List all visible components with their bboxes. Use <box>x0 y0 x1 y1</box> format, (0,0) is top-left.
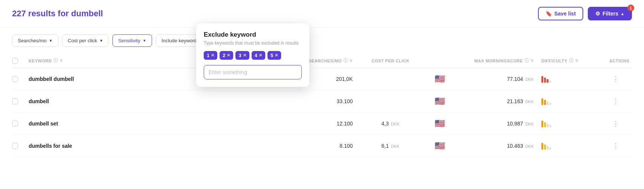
score-info-icon: ⓘ <box>524 57 529 64</box>
difficulty-bar <box>541 98 543 105</box>
row-2-checkbox[interactable] <box>12 98 18 104</box>
row-3-checkbox[interactable] <box>12 121 18 127</box>
row-1-checkbox[interactable] <box>12 76 18 82</box>
tag-2[interactable]: 2 ✕ <box>220 51 233 60</box>
keyword-info-icon: ⓘ <box>53 57 58 64</box>
table-row: dumbells for sale 8.100 6,1 DKK 🇺🇸 10.46… <box>12 135 632 157</box>
difficulty-sort-icon[interactable]: ⇅ <box>575 59 578 63</box>
save-list-button[interactable]: 🔖 Save list <box>538 7 583 20</box>
row-4-score: 10.463 DKK <box>458 143 541 149</box>
tag-3[interactable]: 3 ✕ <box>235 51 249 60</box>
difficulty-bar <box>547 146 549 150</box>
cost-per-click-filter-label: Cost per click <box>68 38 97 43</box>
table-row: dumbbell dumbell 201,0K 🇺🇸 77.104 DKK ⋮ <box>12 68 632 90</box>
tag-3-label: 3 <box>238 53 241 58</box>
th-difficulty: DIFFICULTY ⓘ ⇅ <box>541 57 609 64</box>
row-1-difficulty <box>541 75 609 83</box>
difficulty-bar <box>544 77 546 83</box>
chevron-up-icon: ▲ <box>621 12 624 16</box>
table-container: KEYWORD ⓘ ⇅ SEARCHES/MO ⓘ ⇅ COST PER CLI… <box>0 54 644 157</box>
score-sort-icon[interactable]: ⇅ <box>530 59 534 63</box>
row-2-flag: 🇺🇸 <box>421 96 458 106</box>
tag-5[interactable]: 5 ✕ <box>267 51 281 60</box>
difficulty-bar <box>544 122 546 127</box>
tag-5-remove[interactable]: ✕ <box>275 53 278 58</box>
difficulty-bar <box>549 103 551 105</box>
chevron-down-icon: ▼ <box>100 39 103 43</box>
difficulty-bar <box>544 144 546 150</box>
tag-2-remove[interactable]: ✕ <box>227 53 230 58</box>
table-row: dumbell set 12.100 4,3 DKK 🇺🇸 10.987 DKK… <box>12 113 632 135</box>
difficulty-bar <box>541 76 543 83</box>
difficulty-info-icon: ⓘ <box>569 57 574 64</box>
searches-info-icon: ⓘ <box>343 57 348 64</box>
exclude-keyword-input[interactable] <box>204 65 302 79</box>
searches-sort-icon[interactable]: ⇅ <box>349 59 353 63</box>
tag-1[interactable]: 1 ✕ <box>204 51 217 60</box>
row-1-actions: ⋮ <box>609 73 632 85</box>
th-cpc: COST PER CLICK <box>360 59 421 63</box>
row-3-searches: 12.100 <box>292 121 360 127</box>
sensitivity-filter-label: Sensitivity <box>118 38 140 43</box>
row-1-actions-button[interactable]: ⋮ <box>609 73 622 85</box>
filters-badge: 1 <box>627 5 634 11</box>
row-3-score: 10.987 DKK <box>458 121 541 127</box>
row-1-score: 77.104 DKK <box>458 76 541 82</box>
difficulty-bar <box>547 101 549 105</box>
bookmark-icon: 🔖 <box>546 11 552 17</box>
difficulty-bar <box>547 79 549 83</box>
row-4-flag: 🇺🇸 <box>421 141 458 151</box>
searches-filter-label: Searches/mo <box>18 38 47 43</box>
results-keyword: dumbell <box>71 9 103 18</box>
row-2-actions-button[interactable]: ⋮ <box>609 96 622 107</box>
searches-filter-button[interactable]: Searches/mo ▼ <box>12 34 58 47</box>
difficulty-bar <box>547 124 549 127</box>
row-4-actions-button[interactable]: ⋮ <box>609 140 622 152</box>
filter-bar: Searches/mo ▼ Cost per click ▼ Sensitivi… <box>0 28 644 54</box>
cost-per-click-filter-button[interactable]: Cost per click ▼ <box>62 34 109 47</box>
tag-5-label: 5 <box>271 53 273 58</box>
tag-1-remove[interactable]: ✕ <box>211 53 214 58</box>
tag-row: 1 ✕ 2 ✕ 3 ✕ 4 ✕ 5 ✕ <box>204 51 302 60</box>
chevron-down-icon: ▼ <box>143 39 146 43</box>
difficulty-bar <box>549 81 551 83</box>
th-actions: ACTIONS <box>609 59 632 63</box>
page-title: 227 results for dumbell <box>12 9 103 19</box>
popup-title: Exclude keyword <box>204 31 302 39</box>
include-keyword-filter-label: Include keyword <box>161 38 197 43</box>
row-4-searches: 8.100 <box>292 143 360 149</box>
popup-subtitle: Type keywords that must be excluded in r… <box>204 40 302 46</box>
filters-button[interactable]: 1 ⚙ Filters ▲ <box>588 7 632 20</box>
row-4-checkbox[interactable] <box>12 143 18 149</box>
row-checkbox <box>12 76 29 82</box>
row-2-score: 21.163 DKK <box>458 98 541 104</box>
tag-1-label: 1 <box>207 53 209 58</box>
th-checkbox <box>12 58 29 64</box>
th-score: MAX MORNINGSCORE ⓘ ⇅ <box>458 57 541 64</box>
results-prefix: 227 results for <box>12 9 71 18</box>
sensitivity-filter-button[interactable]: Sensitivity ▼ <box>112 34 152 47</box>
row-2-searches: 33.100 <box>292 98 360 104</box>
row-2-keyword: dumbell <box>29 98 292 104</box>
save-list-label: Save list <box>554 11 576 17</box>
difficulty-bar <box>544 100 546 105</box>
row-3-flag: 🇺🇸 <box>421 119 458 129</box>
row-4-cpc: 6,1 DKK <box>360 143 421 149</box>
row-checkbox <box>12 143 29 149</box>
row-2-difficulty <box>541 98 609 105</box>
row-4-difficulty <box>541 142 609 150</box>
tag-4-remove[interactable]: ✕ <box>259 53 262 58</box>
row-3-cpc: 4,3 DKK <box>360 121 421 127</box>
difficulty-bar <box>549 125 551 127</box>
header: 227 results for dumbell 🔖 Save list 1 ⚙ … <box>0 0 644 28</box>
row-3-actions-button[interactable]: ⋮ <box>609 118 622 129</box>
keyword-sort-icon[interactable]: ⇅ <box>60 59 63 63</box>
row-1-flag: 🇺🇸 <box>421 74 458 84</box>
tag-4-label: 4 <box>255 53 257 58</box>
header-actions: 🔖 Save list 1 ⚙ Filters ▲ <box>538 7 632 20</box>
row-4-keyword: dumbells for sale <box>29 143 292 149</box>
tag-4[interactable]: 4 ✕ <box>252 51 265 60</box>
tag-3-remove[interactable]: ✕ <box>243 53 246 58</box>
row-4-actions: ⋮ <box>609 140 632 152</box>
select-all-checkbox[interactable] <box>12 58 18 64</box>
